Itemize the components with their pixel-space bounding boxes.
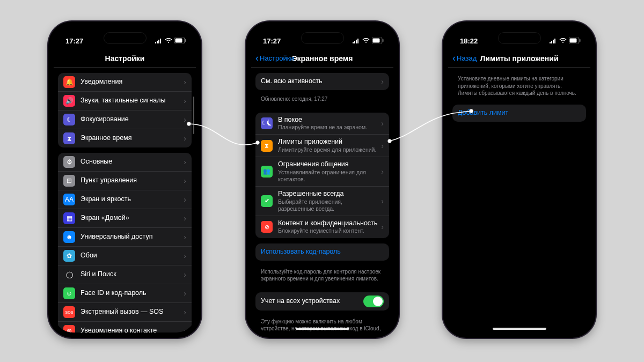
row-icon: ⧗: [63, 132, 75, 144]
settings-row-b-0[interactable]: ⚙Основные›: [58, 153, 192, 172]
row-icon: AA: [63, 194, 75, 205]
back-button[interactable]: ‹ Назад: [452, 49, 477, 67]
svg-rect-2: [158, 40, 159, 43]
option-title: Разрешенные всегда: [278, 190, 379, 198]
add-limit-row[interactable]: Добавить лимит: [452, 105, 586, 122]
settings-row-b-2[interactable]: AAЭкран и яркость›: [58, 190, 192, 209]
chevron-right-icon: ›: [184, 115, 186, 124]
screentime-option-4[interactable]: ⊘Контент и конфиденциальностьБлокируйте …: [255, 216, 389, 238]
signal-icon: [353, 37, 360, 45]
chevron-right-icon: ›: [184, 176, 186, 185]
svg-rect-9: [354, 41, 355, 43]
row-label: Siri и Поиск: [80, 270, 181, 279]
option-subtitle: Лимитируйте время для приложений.: [278, 146, 379, 153]
screentime-option-1[interactable]: ⧗Лимиты приложенийЛимитируйте время для …: [255, 135, 389, 157]
signal-icon: [550, 37, 557, 45]
dynamic-island: [498, 32, 541, 44]
back-button[interactable]: ‹ Настройки: [255, 49, 294, 67]
svg-rect-6: [175, 38, 182, 42]
settings-row-1[interactable]: 🔊Звуки, тактильные сигналы›: [58, 92, 192, 110]
svg-rect-22: [570, 38, 577, 42]
row-icon: SOS: [63, 306, 75, 318]
use-passcode-label: Использовать код-пароль: [261, 248, 384, 256]
svg-rect-11: [357, 39, 358, 43]
settings-row-b-9[interactable]: ⊛Уведомления о контакте›: [58, 322, 192, 333]
devices-group: Учет на всех устройствах: [255, 292, 389, 311]
share-across-devices-label: Учет на всех устройствах: [261, 297, 363, 306]
svg-rect-18: [553, 40, 554, 43]
screentime-option-0[interactable]: ☾⏾В покоеПланируйте время не за экраном.…: [255, 113, 389, 135]
devices-footer: Эту функцию можно включить на любом устр…: [251, 316, 393, 333]
svg-rect-0: [155, 42, 156, 43]
row-label: Экранное время: [80, 134, 181, 143]
option-icon: ✔: [261, 195, 273, 207]
chevron-right-icon: ›: [184, 78, 186, 86]
settings-row-b-6[interactable]: ◯Siri и Поиск›: [58, 265, 192, 284]
settings-row-b-4[interactable]: ☻Универсальный доступ›: [58, 228, 192, 247]
chevron-right-icon: ›: [184, 195, 186, 204]
wifi-icon: [362, 37, 370, 45]
option-subtitle: Планируйте время не за экраном.: [278, 124, 379, 131]
status-time: 17:27: [263, 37, 281, 45]
wifi-icon: [559, 37, 567, 45]
settings-row-3[interactable]: ⧗Экранное время›: [58, 129, 192, 147]
nav-bar: ‹ Настройки Экранное время: [251, 49, 393, 68]
chevron-right-icon: ›: [184, 327, 186, 333]
chevron-right-icon: ›: [381, 119, 384, 128]
svg-rect-16: [550, 42, 551, 43]
dynamic-island: [301, 32, 344, 44]
settings-row-2[interactable]: ☾Фокусирование›: [58, 110, 192, 129]
limits-intro: Установите дневные лимиты на категории п…: [448, 68, 590, 99]
row-icon: ▦: [63, 212, 75, 224]
add-limit-label: Добавить лимит: [458, 109, 581, 117]
activity-group: См. всю активность ›: [255, 73, 389, 90]
battery-icon: [569, 37, 581, 45]
row-label: Экстренный вызов — SOS: [80, 308, 181, 316]
home-indicator: [493, 328, 546, 330]
option-icon: ⊘: [261, 221, 273, 233]
status-indicators: [550, 37, 581, 45]
use-passcode-row[interactable]: Использовать код-пароль: [255, 243, 389, 261]
row-label: Пункт управления: [80, 176, 181, 185]
nav-title: Лимиты приложений: [480, 54, 559, 63]
row-label: Обои: [80, 252, 181, 260]
chevron-right-icon: ›: [184, 270, 186, 279]
settings-row-b-8[interactable]: SOSЭкстренный вызов — SOS›: [58, 303, 192, 322]
row-label: Face ID и код-пароль: [80, 289, 181, 298]
chevron-right-icon: ›: [381, 197, 384, 205]
row-label: Уведомления: [80, 78, 181, 86]
share-across-devices-row[interactable]: Учет на всех устройствах: [255, 292, 389, 311]
status-indicators: [353, 37, 384, 45]
see-all-activity-row[interactable]: См. всю активность ›: [255, 73, 389, 90]
svg-rect-7: [185, 39, 186, 42]
home-indicator: [296, 328, 349, 330]
chevron-right-icon: ›: [184, 214, 186, 223]
row-label: Основные: [80, 158, 181, 166]
settings-row-b-3[interactable]: ▦Экран «Домой»›: [58, 209, 192, 228]
svg-rect-19: [554, 39, 555, 43]
row-label: Фокусирование: [80, 115, 181, 124]
screentime-option-3[interactable]: ✔Разрешенные всегдаВыбирайте приложения,…: [255, 187, 389, 216]
settings-row-b-5[interactable]: ✿Обои›: [58, 247, 192, 265]
screentime-option-2[interactable]: 👥Ограничения общенияУстанавливайте огран…: [255, 157, 389, 187]
dynamic-island: [104, 32, 147, 44]
row-label: Универсальный доступ: [80, 233, 181, 241]
settings-row-b-7[interactable]: ☺Face ID и код-пароль›: [58, 284, 192, 303]
option-icon: ☾⏾: [261, 117, 273, 129]
svg-rect-17: [551, 41, 552, 43]
share-across-devices-toggle[interactable]: [363, 295, 384, 307]
svg-point-20: [562, 42, 564, 43]
settings-row-0[interactable]: 🔔Уведомления›: [58, 73, 192, 92]
row-icon: ☾: [63, 114, 75, 125]
svg-rect-8: [353, 42, 354, 43]
status-indicators: [155, 37, 186, 45]
battery-icon: [372, 37, 384, 45]
row-icon: ⊛: [63, 325, 75, 333]
row-icon: ✿: [63, 250, 75, 262]
svg-point-4: [168, 42, 169, 43]
option-icon: ⧗: [261, 140, 273, 152]
chevron-left-icon: ‹: [255, 53, 259, 64]
option-title: Контент и конфиденциальность: [278, 219, 379, 228]
settings-row-b-1[interactable]: ⊟Пункт управления›: [58, 172, 192, 190]
svg-rect-1: [157, 41, 158, 43]
